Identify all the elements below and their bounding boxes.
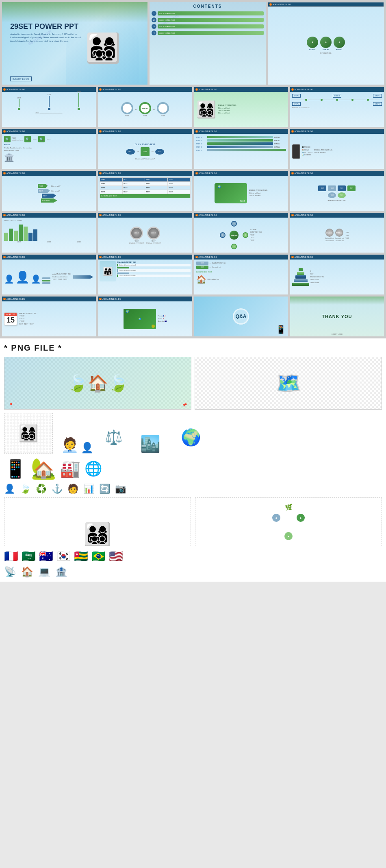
phone-graphic: 📱 <box>276 325 286 334</box>
barchart-title: ADD A TITLE SLIDE <box>7 214 25 216</box>
flag-korea: 🇰🇷 <box>56 550 71 563</box>
thankyou-logo: INSERT LOGO <box>332 333 343 335</box>
flag-australia: 🇦🇺 <box>39 550 53 563</box>
png-icon-person1: 👤 <box>4 484 15 494</box>
cycle-title: ADD A TITLE SLIDE <box>199 214 217 216</box>
qa-bubble: Q&A <box>233 308 249 325</box>
png-icon-person2: 🧑 <box>67 484 78 494</box>
ti-title: ADD A TITLE SLIDE <box>7 130 25 133</box>
pyramid3d-slide[interactable]: i ADD A TITLE SLIDE A TEXT ASADAL INTERN… <box>290 254 384 295</box>
steps2-title: ADD A TITLE SLIDE <box>199 130 217 133</box>
search-icon-3: 🔍 <box>38 136 45 142</box>
png-connection-diagram: 🌿 ● ● ● <box>195 497 382 546</box>
png-business-people: 🧑‍💼 👤 <box>57 413 98 454</box>
circle-diag-title: ADD A TITLE SLIDE <box>102 88 121 91</box>
contents-slide[interactable]: CONTENTS 1 CLICK TO ADD TEXT 2 CLICK TO … <box>149 2 266 85</box>
org2-title: ADD A TITLE SLIDE <box>295 214 313 216</box>
cycle-slide[interactable]: i ADD A TITLE SLIDE ASADAL A A A A ASADA… <box>194 212 288 253</box>
qa-slide[interactable]: Q&A 📱 <box>194 296 288 337</box>
text-icons-slide[interactable]: i ADD A TITLE SLIDE 🔍 TEXTsmall text her… <box>2 129 96 169</box>
building-icon: 🏛️ <box>4 153 94 162</box>
worldmap-title: ADD A TITLE SLIDE <box>199 172 217 174</box>
slide3-title: ADD A TITLE SLIDE <box>273 3 291 6</box>
hero-subtitle: started in business in Seoul, Korea, in … <box>10 33 83 43</box>
family-slide-title: ADD A TITLE SLIDE <box>199 88 217 91</box>
insert-logo: INSERT LOGO <box>10 76 32 81</box>
png-city: 🏙️ <box>130 413 171 454</box>
arrows-slide[interactable]: i ADD A TITLE SLIDE TEXT → Click to add?… <box>2 170 96 211</box>
phone-slide-icon: i <box>291 130 294 133</box>
search-icon-2: 🔍 <box>24 136 31 142</box>
worldmap-icon: i <box>195 172 198 174</box>
asadal-badge-3: A <box>334 37 345 48</box>
worldmap2-slide[interactable]: i ADD A TITLE SLIDE 🌍 🌏 France 🇫🇷 Korea … <box>98 296 192 337</box>
world-map-graphic: 🌍 TEXT <box>215 183 247 203</box>
calendar-widget: AUGUST 15 <box>4 312 17 325</box>
png-family-group: 👨‍👩‍👧‍👦 <box>4 413 53 454</box>
content-bar-4: CLICK TO ADD TEXT <box>158 31 264 35</box>
org2-slide[interactable]: i ADD A TITLE SLIDE ASADAL Click to add … <box>290 212 384 253</box>
main-container: 👨‍👩‍👧‍👦 29SET POWER PPT started in busin… <box>0 0 386 582</box>
asadal-badge-1: A <box>307 37 318 48</box>
timeline-years: 2011 —————————————— <box>4 112 94 114</box>
steps2-slide[interactable]: i ADD A TITLE SLIDE STEP 1 ASADAL STEP 2… <box>194 129 288 169</box>
org-icon: i <box>291 172 294 174</box>
table-slide[interactable]: i ADD A TITLE SLIDE TEXT TEXT TEXT TEXT … <box>98 170 192 211</box>
family-slide-icon: i <box>195 88 198 91</box>
content-bar-1: CLICK TO ADD TEXT <box>158 11 264 15</box>
pyramid-graphic <box>292 268 309 286</box>
circle-diagram-slide[interactable]: i ADD A TITLE SLIDE TEXT ↔ ASADAL TEXT ↔… <box>98 87 192 127</box>
family-emoji: 👨‍👩‍👧‍👦 <box>196 101 217 118</box>
logoc-icon: i <box>99 214 102 216</box>
table-icon: i <box>99 172 102 174</box>
png-icon-leaf: 🍃 <box>20 484 31 494</box>
thankyou-text: THANK YOU <box>322 314 352 319</box>
pyramid-icon: i <box>291 256 294 258</box>
png-factory: 🏭 <box>60 459 80 478</box>
flow-slide[interactable]: i ADD A TITLE SLIDE CLICK TO ADD TEXT TE… <box>98 129 192 169</box>
png-icon-camera: 📷 <box>115 484 126 494</box>
asadal-label-2: ASADAL <box>320 48 332 50</box>
logoc-title: ADD A TITLE SLIDE <box>102 214 121 216</box>
slide-3[interactable]: i ADD A TITLE SLIDE A ASADAL A ASADAL A … <box>267 2 384 85</box>
worldmap2-icon: i <box>99 298 102 300</box>
pyramid-title: ADD A TITLE SLIDE <box>295 256 313 258</box>
asadal-label-3: ASADAL <box>334 48 345 50</box>
png-globe-2: 🌐 <box>85 460 102 477</box>
barchart-slide[interactable]: i ADD A TITLE SLIDE TEXT1 · TEXT2 · TEXT… <box>2 212 96 253</box>
phone-slide[interactable]: i ADD A TITLE SLIDE 📱 MOBILE 🏠 HOME ⚙️ S… <box>290 129 384 169</box>
png-bank-icon: 🏦 <box>55 566 67 578</box>
barchart-icon: i <box>3 214 6 216</box>
png-tablet: 📱 <box>4 458 27 480</box>
flow-title: ADD A TITLE SLIDE <box>102 130 121 133</box>
textlist-slide[interactable]: i ADD A TITLE SLIDE 👨‍👩‍👧 ASADAL INTERNE… <box>98 254 192 295</box>
flow2-title: ADD A TITLE SLIDE <box>199 256 217 258</box>
calendar-slide[interactable]: i ADD A TITLE SLIDE AUGUST 15 ASADAL INT… <box>2 296 96 337</box>
calendar-title: ADD A TITLE SLIDE <box>7 298 25 300</box>
png-house: 🏡 <box>31 457 56 480</box>
png-icon-bars: 📊 <box>83 484 94 494</box>
people-title: ADD A TITLE SLIDE <box>7 256 25 258</box>
arrows-title: ADD A TITLE SLIDE <box>7 172 25 174</box>
family-slide[interactable]: i ADD A TITLE SLIDE 👨‍👩‍👧‍👦 ASADAL INTER… <box>194 87 288 127</box>
png-happy-family: 👨‍👩‍👧‍👦 <box>4 497 191 546</box>
people-slide[interactable]: i ADD A TITLE SLIDE 👤 👤 👤 ASADAL INTERNE… <box>2 254 96 295</box>
hero-slide[interactable]: 👨‍👩‍👧‍👦 29SET POWER PPT started in busin… <box>2 2 148 85</box>
thankyou-slide[interactable]: THANK YOU INSERT LOGO <box>290 296 384 337</box>
worldmap2-title: ADD A TITLE SLIDE <box>102 298 121 300</box>
org-slide[interactable]: i ADD A TITLE SLIDE TEXT TEXT TEXT TEXT … <box>290 170 384 211</box>
logo-circles-slide[interactable]: i ADD A TITLE SLIDE LOGO TEXT ASADAL INT… <box>98 212 192 253</box>
big-arrow <box>73 275 93 279</box>
content-bar-3: CLICK TO ADD TEXT <box>158 24 264 28</box>
family-photo-small: 👨‍👩‍👧 <box>100 261 116 281</box>
content-num-4: 4 <box>152 31 156 35</box>
flow2-icon: i <box>195 256 198 258</box>
timeline-slide[interactable]: i ADD A TITLE SLIDE 2012 2013 <box>2 87 96 127</box>
steps-slide[interactable]: i ADD A TITLE SLIDE STEP 1 STEP 2 STEP 3 <box>290 87 384 127</box>
worldmap-slide[interactable]: i ADD A TITLE SLIDE 🌍 TEXT ASADAL INTERN… <box>194 170 288 211</box>
png-icon-cycle: 🔄 <box>99 484 110 494</box>
content-num-1: 1 <box>152 11 156 16</box>
flag-saudi: 🇸🇦 <box>22 550 36 563</box>
flow2-slide[interactable]: i ADD A TITLE SLIDE TEXT → ASADAL INTERN… <box>194 254 288 295</box>
table-title: ADD A TITLE SLIDE <box>102 172 121 174</box>
